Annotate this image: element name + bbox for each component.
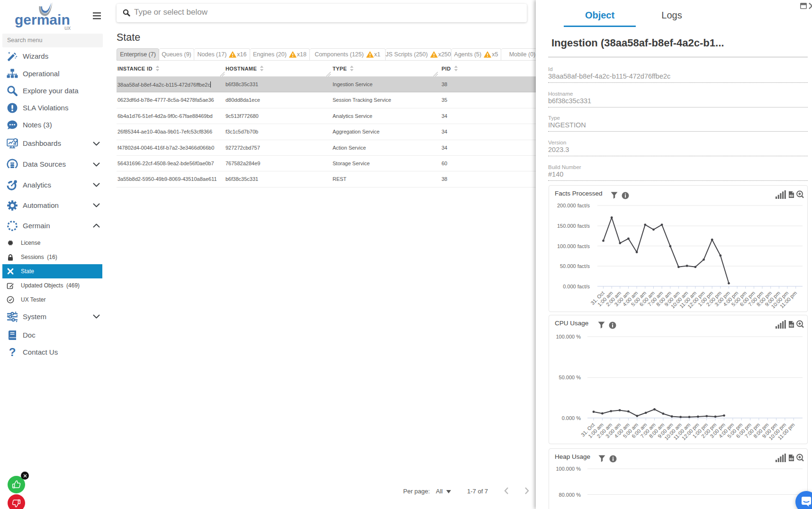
svg-text:100.000 %: 100.000 %	[556, 466, 581, 472]
svg-text:germain: germain	[15, 12, 70, 27]
svg-text:100.000 %: 100.000 %	[556, 334, 581, 339]
svg-text:0.000 %: 0.000 %	[562, 415, 581, 421]
svg-text:200.000 fact/s: 200.000 fact/s	[557, 203, 590, 208]
svg-text:150.000 fact/s: 150.000 fact/s	[557, 223, 590, 229]
svg-text:50.000 %: 50.000 %	[559, 375, 581, 380]
svg-text:80.000 %: 80.000 %	[559, 492, 581, 498]
svg-text:ux: ux	[64, 25, 71, 31]
svg-text:50.000 fact/s: 50.000 fact/s	[560, 263, 590, 269]
svg-text:0.000 fact/s: 0.000 fact/s	[563, 284, 590, 289]
svg-text:100.000 fact/s: 100.000 fact/s	[557, 243, 590, 249]
